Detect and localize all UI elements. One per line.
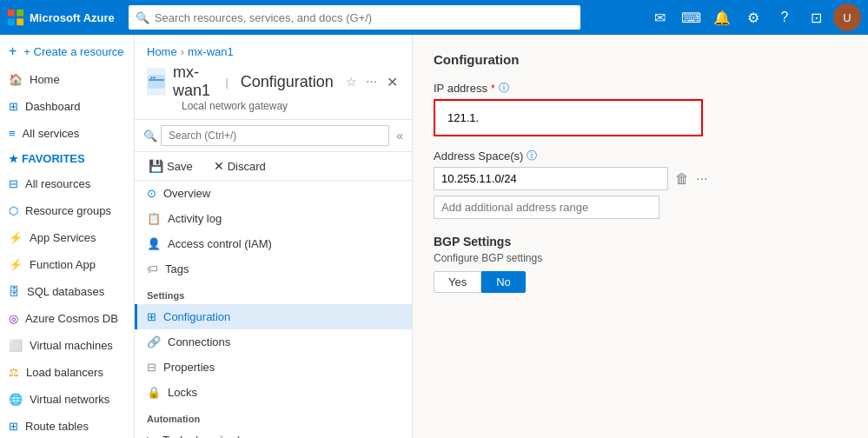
discard-button[interactable]: ✕ Discard [209,156,271,176]
sidebar-item-sql[interactable]: 🗄 SQL databases [0,278,134,305]
sidebar: + + Create a resource 🏠 Home ⊞ Dashboard… [0,35,135,438]
sidebar-item-lb[interactable]: ⚖ Load balancers [0,359,134,386]
favorites-label: ★ FAVORITES [0,147,134,170]
bgp-yes-btn[interactable]: Yes [434,271,481,293]
content-area: Configuration IP address * ⓘ Address Spa… [413,35,868,438]
collapse-menu-btn[interactable]: « [396,129,403,143]
search-icon: 🔍 [136,11,149,24]
app-services-icon: ⚡ [9,231,23,244]
panel-search-input[interactable] [161,125,389,146]
sidebar-item-resource-groups[interactable]: ⬡ Resource groups [0,197,134,224]
directory-icon[interactable]: ⊡ [802,3,830,31]
more-options-btn[interactable]: ··· [366,74,377,90]
global-search[interactable]: 🔍 [129,5,580,30]
sidebar-item-home[interactable]: 🏠 Home [0,66,134,93]
bgp-section: BGP Settings Configure BGP settings Yes … [434,235,847,293]
cloud-shell-icon[interactable]: ⌨ [677,3,705,31]
topbar-icons: ✉ ⌨ 🔔 ⚙ ? ⊡ U [646,3,861,31]
sidebar-item-all-resources[interactable]: ⊟ All resources [0,170,134,197]
menu-item-activity-log[interactable]: 📋 Activity log [135,206,412,231]
resource-groups-icon: ⬡ [9,204,18,217]
menu-item-tasks[interactable]: ▶ Tasks (preview) [135,428,412,438]
menu-item-locks[interactable]: 🔒 Locks [135,380,412,405]
breadcrumb: Home › mx-wan1 [147,45,400,58]
help-icon[interactable]: ? [771,3,798,31]
svg-point-6 [151,77,153,79]
settings-section-label: Settings [135,282,412,304]
address-more-icon[interactable]: ··· [696,171,707,187]
locks-icon: 🔒 [147,386,161,399]
address-space-input[interactable] [434,167,668,190]
ip-address-label: IP address * ⓘ [434,81,847,96]
bgp-title: BGP Settings [434,235,847,249]
section-title: Configuration [434,52,847,67]
breadcrumb-resource[interactable]: mx-wan1 [188,45,234,58]
menu-item-configuration[interactable]: ⊞ Configuration [135,304,412,329]
settings-icon[interactable]: ⚙ [739,3,767,31]
sidebar-item-all-services[interactable]: ≡ All services [0,120,134,147]
resource-subtitle: Local network gateway [182,100,400,112]
sidebar-item-route-tables[interactable]: ⊞ Route tables [0,413,134,438]
home-icon: 🏠 [9,73,23,86]
lb-icon: ⚖ [9,366,19,379]
iam-icon: 👤 [147,237,161,250]
resource-name: mx-wan1 [173,63,213,100]
discard-icon: ✕ [214,159,224,173]
required-indicator: * [491,83,495,95]
favorite-star-btn[interactable]: ☆ [346,75,357,89]
address-add-input[interactable] [434,196,659,219]
notifications-icon[interactable]: 🔔 [708,3,736,31]
feedback-icon[interactable]: ✉ [646,3,673,31]
bgp-no-btn[interactable]: No [481,271,526,293]
sidebar-item-function-app[interactable]: ⚡ Function App [0,251,134,278]
vnet-icon: 🌐 [9,393,23,406]
breadcrumb-sep: › [181,45,184,58]
svg-rect-3 [17,18,23,25]
address-space-label: Address Space(s) ⓘ [434,149,847,163]
sidebar-item-app-services[interactable]: ⚡ App Services [0,224,134,251]
star-icon: ★ [9,153,18,165]
function-app-icon: ⚡ [9,258,23,271]
save-icon: 💾 [149,159,163,173]
menu-item-tags[interactable]: 🏷 Tags [135,256,412,282]
all-services-icon: ≡ [9,127,16,140]
connections-icon: 🔗 [147,335,161,348]
main-container: + + Create a resource 🏠 Home ⊞ Dashboard… [0,35,868,438]
menu-item-properties[interactable]: ⊟ Properties [135,355,412,380]
ip-address-info-icon[interactable]: ⓘ [499,81,509,96]
search-input[interactable] [155,11,573,24]
svg-point-7 [154,77,156,79]
sidebar-item-vnet[interactable]: 🌐 Virtual networks [0,386,134,413]
resource-panel: Home › mx-wan1 mx-wan1 | Configuration ☆ [135,35,413,438]
menu-item-connections[interactable]: 🔗 Connections [135,329,412,355]
overview-icon: ⊙ [147,187,156,200]
menu-item-iam[interactable]: 👤 Access control (IAM) [135,231,412,256]
address-add-row [434,196,847,219]
close-panel-btn[interactable]: ✕ [384,70,400,94]
address-delete-icon[interactable]: 🗑 [675,171,689,187]
content-inner: Configuration IP address * ⓘ Address Spa… [413,35,868,438]
create-resource-btn[interactable]: + + Create a resource [0,35,134,66]
sidebar-item-dashboard[interactable]: ⊞ Dashboard [0,93,134,120]
ip-address-error-group [434,99,703,136]
address-row-1: 🗑 ··· [434,167,847,190]
breadcrumb-home[interactable]: Home [147,45,177,58]
address-space-info-icon[interactable]: ⓘ [527,149,537,163]
automation-section-label: Automation [135,405,412,428]
properties-icon: ⊟ [147,361,156,374]
cosmos-icon: ◎ [9,312,18,325]
sidebar-item-vm[interactable]: ⬜ Virtual machines [0,332,134,359]
resource-title-row: mx-wan1 | Configuration ☆ ··· ✕ [147,63,400,100]
route-tables-icon: ⊞ [9,420,18,433]
config-icon: ⊞ [147,310,156,323]
sidebar-item-cosmos[interactable]: ◎ Azure Cosmos DB [0,305,134,332]
vm-icon: ⬜ [9,339,23,352]
avatar[interactable]: U [833,3,861,31]
save-button[interactable]: 💾 Save [143,156,198,176]
ip-address-input[interactable] [442,108,694,128]
resource-type-icon [147,68,166,96]
resource-header: Home › mx-wan1 mx-wan1 | Configuration ☆ [135,35,412,120]
tags-icon: 🏷 [147,262,158,275]
menu-item-overview[interactable]: ⊙ Overview [135,181,412,206]
bgp-toggle-group: Yes No [434,271,847,293]
